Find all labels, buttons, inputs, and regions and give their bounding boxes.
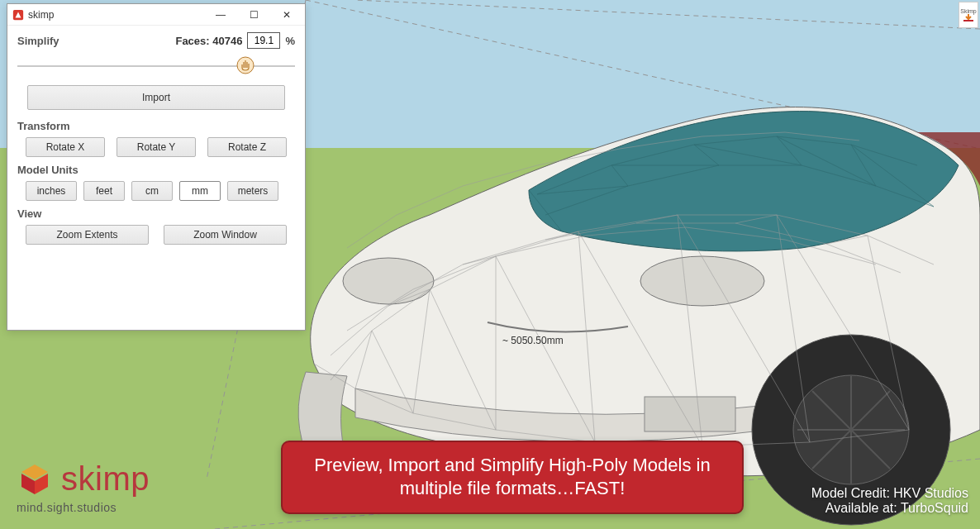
credit-line-1: Model Credit: HKV Studios bbox=[811, 486, 968, 501]
titlebar[interactable]: skimp — ☐ ✕ bbox=[7, 4, 305, 26]
units-meters-button[interactable]: meters bbox=[227, 181, 278, 201]
svg-point-0 bbox=[343, 258, 434, 304]
svg-rect-9 bbox=[963, 20, 973, 21]
zoom-extents-button[interactable]: Zoom Extents bbox=[26, 225, 149, 245]
percent-sign: % bbox=[285, 35, 295, 47]
promo-text: Preview, Import and Simplify High-Poly M… bbox=[314, 455, 710, 499]
credit-block: Model Credit: HKV Studios Available at: … bbox=[811, 486, 968, 516]
units-inches-button[interactable]: inches bbox=[26, 181, 77, 201]
units-feet-button[interactable]: feet bbox=[83, 181, 125, 201]
maximize-button[interactable]: ☐ bbox=[237, 5, 270, 25]
faces-label: Faces: bbox=[175, 35, 209, 47]
rotate-z-button[interactable]: Rotate Z bbox=[207, 137, 287, 157]
skimp-panel: skimp — ☐ ✕ Simplify Faces: 40746 % Impo… bbox=[7, 3, 306, 331]
svg-rect-2 bbox=[645, 397, 735, 431]
download-icon bbox=[963, 14, 974, 22]
units-cm-button[interactable]: cm bbox=[131, 181, 173, 201]
minimize-button[interactable]: — bbox=[204, 5, 237, 25]
app-icon bbox=[12, 9, 24, 21]
faces-value: 40746 bbox=[212, 35, 242, 47]
dimension-label: ~ 5050.50mm bbox=[502, 335, 564, 346]
view-section-label: View bbox=[7, 201, 305, 220]
percent-input[interactable] bbox=[247, 32, 280, 49]
skimp-mini-badge: Skimp bbox=[959, 2, 978, 28]
model-units-label: Model Units bbox=[7, 157, 305, 176]
close-button[interactable]: ✕ bbox=[270, 5, 303, 25]
transform-section-label: Transform bbox=[7, 113, 305, 132]
brand-block: skimp mind.sight.studios bbox=[17, 460, 150, 514]
brand-tagline: mind.sight.studios bbox=[17, 501, 150, 514]
svg-point-1 bbox=[640, 256, 764, 306]
skimp-logo-icon bbox=[17, 461, 53, 498]
zoom-window-button[interactable]: Zoom Window bbox=[164, 225, 287, 245]
simplify-label: Simplify bbox=[17, 35, 59, 47]
simplify-slider[interactable] bbox=[7, 57, 305, 79]
units-mm-button[interactable]: mm bbox=[179, 181, 221, 201]
import-button[interactable]: Import bbox=[27, 85, 285, 110]
window-title: skimp bbox=[28, 9, 54, 21]
badge-label: Skimp bbox=[960, 8, 976, 14]
rotate-y-button[interactable]: Rotate Y bbox=[117, 137, 196, 157]
credit-line-2: Available at: TurboSquid bbox=[811, 501, 968, 516]
rotate-x-button[interactable]: Rotate X bbox=[26, 137, 105, 157]
promo-banner: Preview, Import and Simplify High-Poly M… bbox=[281, 441, 744, 514]
brand-name: skimp bbox=[61, 460, 150, 498]
